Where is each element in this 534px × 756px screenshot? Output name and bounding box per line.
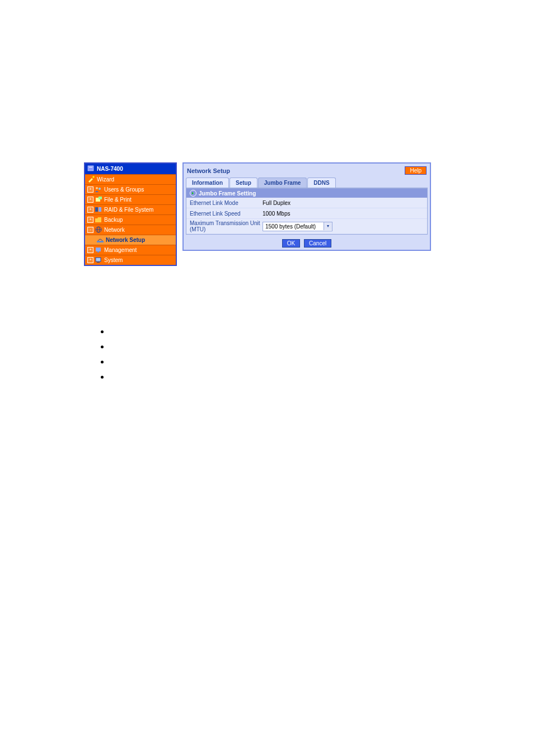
button-row: OK Cancel bbox=[184, 237, 430, 250]
sidebar: NAS-7400 Wizard + Users & Groups + File … bbox=[84, 162, 177, 266]
bullet-icon bbox=[101, 346, 104, 348]
page-title: Network Setup bbox=[187, 167, 230, 174]
main-header: Network Setup Help bbox=[184, 164, 430, 178]
expand-icon[interactable]: + bbox=[87, 197, 93, 203]
svg-rect-0 bbox=[88, 166, 93, 171]
section-title: Jumbo Frame Setting bbox=[199, 190, 256, 197]
svg-rect-14 bbox=[96, 258, 101, 262]
select-value: 1500 bytes (Default) bbox=[263, 223, 324, 230]
svg-rect-1 bbox=[89, 167, 92, 167]
collapse-icon[interactable]: - bbox=[87, 227, 93, 233]
users-icon bbox=[95, 186, 102, 193]
sidebar-item-users[interactable]: + Users & Groups bbox=[85, 184, 176, 194]
nas-icon bbox=[87, 165, 95, 172]
system-icon bbox=[95, 256, 102, 264]
row-mtu: Maximum Transmission Unit (MTU) 1500 byt… bbox=[186, 219, 427, 234]
backup-icon bbox=[95, 216, 102, 223]
sidebar-title: NAS-7400 bbox=[85, 164, 176, 174]
svg-rect-6 bbox=[95, 207, 98, 212]
body-area: Jumbo Frame Setting Ethernet Link Mode F… bbox=[186, 188, 428, 235]
chevron-down-icon: ▾ bbox=[324, 222, 332, 230]
mtu-select[interactable]: 1500 bytes (Default) ▾ bbox=[263, 222, 332, 231]
sidebar-item-label: File & Print bbox=[104, 197, 132, 203]
svg-rect-11 bbox=[97, 241, 104, 242]
row-value: 1000 Mbps bbox=[263, 211, 424, 217]
networksetup-icon bbox=[96, 236, 104, 244]
sidebar-item-wizard[interactable]: Wizard bbox=[85, 174, 176, 184]
network-icon bbox=[95, 226, 102, 234]
expand-icon[interactable]: + bbox=[87, 207, 93, 213]
sidebar-item-network[interactable]: - Network bbox=[85, 225, 176, 235]
tab-setup[interactable]: Setup bbox=[229, 178, 257, 188]
svg-rect-12 bbox=[96, 248, 101, 251]
cancel-button[interactable]: Cancel bbox=[304, 239, 331, 248]
row-link-speed: Ethernet Link Speed 1000 Mbps bbox=[186, 208, 427, 219]
svg-rect-13 bbox=[97, 251, 99, 253]
sidebar-subitem-label: Network Setup bbox=[106, 237, 145, 243]
sidebar-item-system[interactable]: + System bbox=[85, 255, 176, 265]
sidebar-item-label: Backup bbox=[104, 217, 123, 223]
wizard-icon bbox=[87, 176, 95, 183]
expand-icon[interactable]: + bbox=[87, 186, 93, 193]
row-value: Full Duplex bbox=[263, 200, 424, 206]
svg-point-2 bbox=[96, 187, 98, 189]
sidebar-item-fileprint[interactable]: + File & Print bbox=[85, 194, 176, 204]
main-panel: Network Setup Help Information Setup Jum… bbox=[182, 162, 431, 251]
ok-button[interactable]: OK bbox=[282, 239, 300, 248]
refresh-icon bbox=[190, 190, 196, 197]
tab-information[interactable]: Information bbox=[186, 178, 229, 188]
sidebar-item-label: Network bbox=[104, 227, 125, 233]
bullet-icon bbox=[101, 361, 104, 363]
tab-jumboframe[interactable]: Jumbo Frame bbox=[258, 178, 307, 188]
section-bar: Jumbo Frame Setting bbox=[186, 188, 427, 198]
expand-icon[interactable]: + bbox=[87, 247, 93, 253]
svg-point-3 bbox=[99, 188, 101, 190]
tab-row: Information Setup Jumbo Frame DDNS bbox=[184, 178, 430, 188]
sidebar-item-label: RAID & File System bbox=[104, 207, 153, 213]
sidebar-item-label: System bbox=[104, 257, 123, 263]
sidebar-item-label: Users & Groups bbox=[104, 186, 144, 193]
row-link-mode: Ethernet Link Mode Full Duplex bbox=[186, 198, 427, 208]
management-icon bbox=[95, 246, 102, 254]
sidebar-subitem-networksetup[interactable]: Network Setup bbox=[85, 235, 176, 245]
sidebar-item-label: Management bbox=[104, 247, 137, 253]
sidebar-item-label: Wizard bbox=[97, 176, 114, 183]
app-container: NAS-7400 Wizard + Users & Groups + File … bbox=[84, 162, 431, 266]
sidebar-item-management[interactable]: + Management bbox=[85, 245, 176, 255]
raid-icon bbox=[95, 206, 102, 213]
svg-rect-7 bbox=[99, 207, 101, 212]
expand-icon[interactable]: + bbox=[87, 257, 93, 263]
sidebar-title-text: NAS-7400 bbox=[97, 166, 123, 172]
help-button[interactable]: Help bbox=[405, 166, 427, 175]
row-label: Ethernet Link Speed bbox=[190, 211, 263, 217]
svg-rect-5 bbox=[99, 197, 102, 199]
svg-rect-15 bbox=[97, 262, 100, 263]
sidebar-item-backup[interactable]: + Backup bbox=[85, 214, 176, 225]
fileprint-icon bbox=[95, 196, 102, 203]
tab-ddns[interactable]: DDNS bbox=[307, 178, 335, 188]
row-label: Maximum Transmission Unit (MTU) bbox=[190, 220, 263, 232]
sidebar-item-raid[interactable]: + RAID & File System bbox=[85, 204, 176, 214]
row-label: Ethernet Link Mode bbox=[190, 200, 263, 206]
bullet-list bbox=[101, 330, 104, 391]
bullet-icon bbox=[101, 330, 104, 333]
expand-icon[interactable]: + bbox=[87, 217, 93, 223]
bullet-icon bbox=[101, 376, 104, 379]
